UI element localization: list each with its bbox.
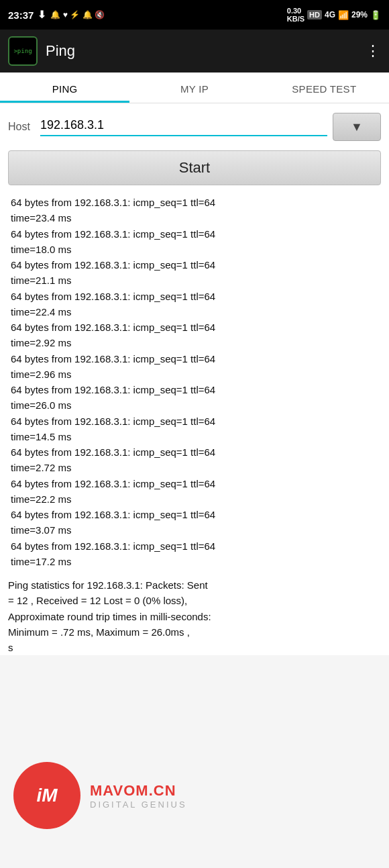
host-input[interactable] — [40, 118, 327, 132]
app-icon: >ping — [8, 36, 38, 66]
status-time: 23:37 — [8, 9, 34, 21]
watermark-main-text: MAVOM.CN — [90, 782, 187, 800]
host-input-wrapper — [40, 118, 327, 136]
ping-line: 64 bytes from 192.168.3.1: icmp_seq=1 tt… — [11, 444, 378, 460]
watermark-logo-circle: iM — [13, 762, 80, 829]
battery-percent: 29% — [351, 10, 368, 19]
ping-line: 64 bytes from 192.168.3.1: icmp_seq=1 tt… — [11, 257, 378, 273]
ping-line: time=2.96 ms — [11, 367, 378, 382]
status-bar-left: 23:37 ⬇ 🔔 ♥ ⚡ 🔔 🔇 — [8, 9, 105, 21]
tab-myip[interactable]: MY IP — [129, 73, 259, 103]
watermark-sub-text: DIGITAL GENIUS — [90, 800, 187, 810]
ping-line: 64 bytes from 192.168.3.1: icmp_seq=1 tt… — [11, 507, 378, 522]
ping-line: 64 bytes from 192.168.3.1: icmp_seq=1 tt… — [11, 320, 378, 335]
status-hd-badge: HD — [307, 10, 322, 19]
download-icon: ⬇ — [38, 9, 46, 21]
status-bar: 23:37 ⬇ 🔔 ♥ ⚡ 🔔 🔇 0.30KB/S HD 4G 📶 29% 🔋 — [0, 0, 389, 30]
ping-line: 64 bytes from 192.168.3.1: icmp_seq=1 tt… — [11, 351, 378, 367]
app-title: Ping — [46, 42, 75, 60]
tab-speedtest[interactable]: SPEED TEST — [260, 73, 389, 103]
ping-line: 64 bytes from 192.168.3.1: icmp_seq=1 tt… — [11, 414, 378, 429]
ping-line: time=22.2 ms — [11, 491, 378, 507]
watermark-text-block: MAVOM.CN DIGITAL GENIUS — [90, 782, 187, 810]
ping-line: time=2.92 ms — [11, 335, 378, 350]
host-row: Host ▼ — [8, 113, 381, 141]
ping-line: time=23.4 ms — [11, 210, 378, 226]
ping-stats-line3: Approximate round trip times in milli-se… — [8, 609, 381, 624]
chevron-down-icon: ▼ — [351, 120, 363, 134]
ping-line: 64 bytes from 192.168.3.1: icmp_seq=1 tt… — [11, 226, 378, 242]
start-button[interactable]: Start — [8, 150, 381, 185]
ping-stats-line5: s — [8, 640, 381, 655]
more-menu-button[interactable]: ⋮ — [366, 42, 381, 60]
ping-line: time=22.4 ms — [11, 304, 378, 320]
tab-ping[interactable]: PING — [0, 73, 129, 103]
ping-line: time=2.72 ms — [11, 460, 378, 475]
main-content: Host ▼ Start 64 bytes from 192.168.3.1: … — [0, 103, 389, 655]
battery-icon: 🔋 — [370, 10, 381, 20]
signal-icon: 📶 — [338, 10, 349, 20]
ping-line: time=14.5 ms — [11, 429, 378, 444]
status-bar-right: 0.30KB/S HD 4G 📶 29% 🔋 — [287, 7, 381, 23]
tabs-container: PING MY IP SPEED TEST — [0, 73, 389, 103]
status-data-speed: 0.30KB/S — [287, 7, 304, 23]
status-4g-badge: 4G — [325, 10, 335, 19]
ping-line: 64 bytes from 192.168.3.1: icmp_seq=1 tt… — [11, 476, 378, 491]
ping-line: 64 bytes from 192.168.3.1: icmp_seq=1 tt… — [11, 538, 378, 554]
ping-statistics: Ping statistics for 192.168.3.1: Packets… — [8, 577, 381, 655]
ping-stats-line2: = 12 , Received = 12 Lost = 0 (0% loss), — [8, 593, 381, 608]
ping-line: 64 bytes from 192.168.3.1: icmp_seq=1 tt… — [11, 195, 378, 210]
ping-line: time=18.0 ms — [11, 242, 378, 257]
host-dropdown-button[interactable]: ▼ — [333, 113, 381, 141]
ping-stats-line4: Minimum = .72 ms, Maximum = 26.0ms , — [8, 624, 381, 640]
ping-line: time=26.0 ms — [11, 397, 378, 413]
ping-line: time=3.07 ms — [11, 522, 378, 538]
host-label: Host — [8, 121, 35, 133]
watermark-overlay: iM MAVOM.CN DIGITAL GENIUS — [0, 755, 389, 836]
app-icon-text: >ping — [13, 48, 32, 55]
ping-line: time=21.1 ms — [11, 273, 378, 288]
title-bar-left: >ping Ping — [8, 36, 75, 66]
ping-line: 64 bytes from 192.168.3.1: icmp_seq=1 tt… — [11, 289, 378, 304]
watermark-logo-text: iM — [36, 785, 57, 806]
notification-icons: 🔔 ♥ ⚡ 🔔 🔇 — [50, 10, 104, 19]
ping-line: 64 bytes from 192.168.3.1: icmp_seq=1 tt… — [11, 382, 378, 397]
ping-output: 64 bytes from 192.168.3.1: icmp_seq=1 tt… — [8, 195, 381, 569]
ping-line: time=17.2 ms — [11, 554, 378, 569]
ping-stats-line1: Ping statistics for 192.168.3.1: Packets… — [8, 577, 381, 593]
title-bar: >ping Ping ⋮ — [0, 30, 389, 73]
